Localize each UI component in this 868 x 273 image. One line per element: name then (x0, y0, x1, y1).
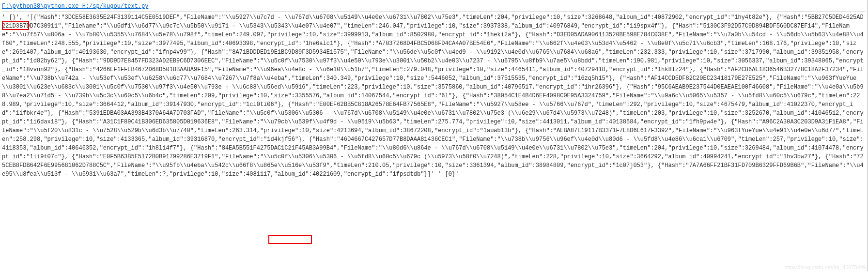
start-marker-text: ' [}', ' (2, 14, 30, 21)
console-output-panel: F:\python38\python.exe H:/sp/kugou/text.… (0, 0, 868, 179)
console-body: ' [}', '[{"Hash":"3DCE58E3635E24F3139114… (2, 12, 866, 179)
highlight-end-marker (268, 235, 312, 244)
watermark: https://blog.csdn.net/qq_45675449 (784, 263, 866, 272)
command-line: F:\python38\python.exe H:/sp/kugou/text.… (2, 0, 866, 11)
raw-json-output: [{"Hash":"3DCE58E3635E24F3139114C5E0519D… (2, 14, 864, 178)
end-marker-text: ' [0}' (434, 171, 459, 178)
